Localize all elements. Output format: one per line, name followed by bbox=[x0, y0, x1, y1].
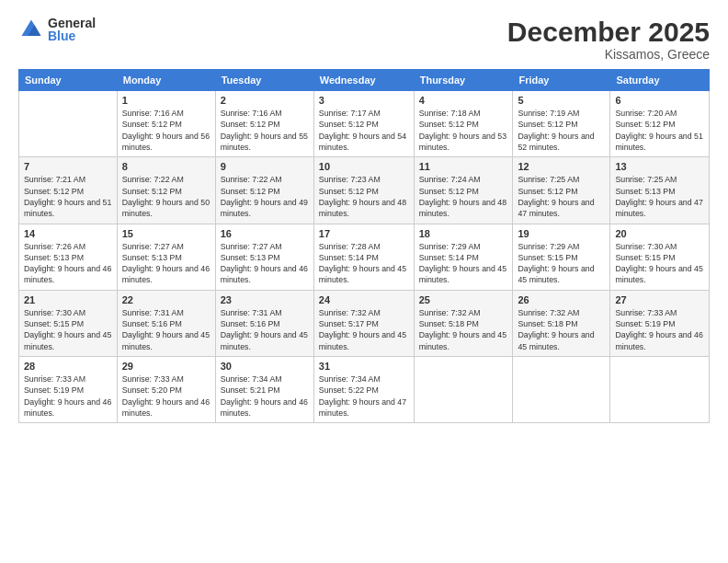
day-info: Sunrise: 7:31 AMSunset: 5:16 PMDaylight:… bbox=[221, 307, 309, 352]
calendar-cell: 3Sunrise: 7:17 AMSunset: 5:12 PMDaylight… bbox=[313, 91, 414, 157]
day-number: 27 bbox=[615, 294, 704, 305]
day-info: Sunrise: 7:32 AMSunset: 5:17 PMDaylight:… bbox=[319, 307, 409, 352]
day-number: 29 bbox=[122, 361, 210, 372]
day-info: Sunrise: 7:30 AMSunset: 5:15 PMDaylight:… bbox=[615, 241, 704, 286]
day-number: 12 bbox=[518, 161, 605, 172]
calendar-cell: 4Sunrise: 7:18 AMSunset: 5:12 PMDaylight… bbox=[414, 91, 513, 157]
weekday-header-monday: Monday bbox=[117, 70, 215, 91]
day-info: Sunrise: 7:27 AMSunset: 5:13 PMDaylight:… bbox=[221, 241, 309, 286]
calendar-cell: 5Sunrise: 7:19 AMSunset: 5:12 PMDaylight… bbox=[513, 91, 610, 157]
day-info: Sunrise: 7:28 AMSunset: 5:14 PMDaylight:… bbox=[319, 241, 409, 286]
day-info: Sunrise: 7:16 AMSunset: 5:12 PMDaylight:… bbox=[122, 108, 210, 153]
day-number: 25 bbox=[419, 294, 508, 305]
day-info: Sunrise: 7:25 AMSunset: 5:13 PMDaylight:… bbox=[615, 174, 704, 219]
day-info: Sunrise: 7:32 AMSunset: 5:18 PMDaylight:… bbox=[419, 307, 508, 352]
weekday-header-thursday: Thursday bbox=[414, 70, 513, 91]
calendar-cell: 6Sunrise: 7:20 AMSunset: 5:12 PMDaylight… bbox=[610, 91, 710, 157]
day-number: 26 bbox=[518, 294, 605, 305]
calendar-cell bbox=[414, 357, 513, 423]
calendar-cell: 9Sunrise: 7:22 AMSunset: 5:12 PMDaylight… bbox=[215, 157, 313, 224]
calendar-cell: 20Sunrise: 7:30 AMSunset: 5:15 PMDayligh… bbox=[610, 224, 710, 290]
logo: General Blue bbox=[18, 17, 96, 42]
day-number: 28 bbox=[24, 361, 112, 372]
calendar-cell: 8Sunrise: 7:22 AMSunset: 5:12 PMDaylight… bbox=[117, 157, 215, 224]
day-number: 14 bbox=[24, 228, 112, 239]
calendar-week-row: 21Sunrise: 7:30 AMSunset: 5:15 PMDayligh… bbox=[19, 290, 710, 356]
calendar-cell: 26Sunrise: 7:32 AMSunset: 5:18 PMDayligh… bbox=[513, 290, 610, 356]
calendar-header: SundayMondayTuesdayWednesdayThursdayFrid… bbox=[19, 70, 710, 91]
calendar-cell: 29Sunrise: 7:33 AMSunset: 5:20 PMDayligh… bbox=[117, 357, 215, 423]
weekday-header-row: SundayMondayTuesdayWednesdayThursdayFrid… bbox=[19, 70, 710, 91]
page: General Blue December 2025 Kissamos, Gre… bbox=[0, 0, 728, 563]
calendar-cell: 30Sunrise: 7:34 AMSunset: 5:21 PMDayligh… bbox=[215, 357, 313, 423]
day-number: 1 bbox=[122, 95, 210, 106]
calendar-cell: 17Sunrise: 7:28 AMSunset: 5:14 PMDayligh… bbox=[313, 224, 414, 290]
day-info: Sunrise: 7:17 AMSunset: 5:12 PMDaylight:… bbox=[319, 108, 409, 153]
day-info: Sunrise: 7:29 AMSunset: 5:15 PMDaylight:… bbox=[518, 241, 605, 286]
location-subtitle: Kissamos, Greece bbox=[507, 47, 710, 62]
day-info: Sunrise: 7:31 AMSunset: 5:16 PMDaylight:… bbox=[122, 307, 210, 352]
calendar-week-row: 14Sunrise: 7:26 AMSunset: 5:13 PMDayligh… bbox=[19, 224, 710, 290]
calendar-week-row: 28Sunrise: 7:33 AMSunset: 5:19 PMDayligh… bbox=[19, 357, 710, 423]
day-info: Sunrise: 7:33 AMSunset: 5:19 PMDaylight:… bbox=[615, 307, 704, 352]
day-number: 11 bbox=[419, 161, 508, 172]
calendar-body: 1Sunrise: 7:16 AMSunset: 5:12 PMDaylight… bbox=[19, 91, 710, 423]
day-info: Sunrise: 7:21 AMSunset: 5:12 PMDaylight:… bbox=[24, 174, 112, 219]
day-info: Sunrise: 7:23 AMSunset: 5:12 PMDaylight:… bbox=[319, 174, 409, 219]
weekday-header-tuesday: Tuesday bbox=[215, 70, 313, 91]
title-block: December 2025 Kissamos, Greece bbox=[507, 17, 710, 62]
day-info: Sunrise: 7:30 AMSunset: 5:15 PMDaylight:… bbox=[24, 307, 112, 352]
calendar-cell: 28Sunrise: 7:33 AMSunset: 5:19 PMDayligh… bbox=[19, 357, 118, 423]
calendar-cell: 1Sunrise: 7:16 AMSunset: 5:12 PMDaylight… bbox=[117, 91, 215, 157]
day-info: Sunrise: 7:34 AMSunset: 5:22 PMDaylight:… bbox=[319, 373, 409, 419]
day-number: 5 bbox=[518, 95, 605, 106]
day-number: 6 bbox=[615, 95, 704, 106]
calendar-cell: 25Sunrise: 7:32 AMSunset: 5:18 PMDayligh… bbox=[414, 290, 513, 356]
day-info: Sunrise: 7:34 AMSunset: 5:21 PMDaylight:… bbox=[221, 373, 309, 419]
day-number: 18 bbox=[419, 228, 508, 239]
calendar-cell: 18Sunrise: 7:29 AMSunset: 5:14 PMDayligh… bbox=[414, 224, 513, 290]
calendar-cell: 11Sunrise: 7:24 AMSunset: 5:12 PMDayligh… bbox=[414, 157, 513, 224]
calendar-cell: 16Sunrise: 7:27 AMSunset: 5:13 PMDayligh… bbox=[215, 224, 313, 290]
day-info: Sunrise: 7:25 AMSunset: 5:12 PMDaylight:… bbox=[518, 174, 605, 219]
day-info: Sunrise: 7:19 AMSunset: 5:12 PMDaylight:… bbox=[518, 108, 605, 153]
weekday-header-saturday: Saturday bbox=[610, 70, 710, 91]
day-info: Sunrise: 7:18 AMSunset: 5:12 PMDaylight:… bbox=[419, 108, 508, 153]
day-info: Sunrise: 7:24 AMSunset: 5:12 PMDaylight:… bbox=[419, 174, 508, 219]
logo-blue-label: Blue bbox=[48, 29, 96, 42]
day-info: Sunrise: 7:33 AMSunset: 5:19 PMDaylight:… bbox=[24, 373, 112, 419]
day-info: Sunrise: 7:29 AMSunset: 5:14 PMDaylight:… bbox=[419, 241, 508, 286]
logo-icon bbox=[18, 17, 44, 42]
calendar-cell: 2Sunrise: 7:16 AMSunset: 5:12 PMDaylight… bbox=[215, 91, 313, 157]
calendar-cell: 14Sunrise: 7:26 AMSunset: 5:13 PMDayligh… bbox=[19, 224, 118, 290]
day-info: Sunrise: 7:33 AMSunset: 5:20 PMDaylight:… bbox=[122, 373, 210, 419]
calendar-cell: 21Sunrise: 7:30 AMSunset: 5:15 PMDayligh… bbox=[19, 290, 118, 356]
calendar-cell: 10Sunrise: 7:23 AMSunset: 5:12 PMDayligh… bbox=[313, 157, 414, 224]
day-number: 24 bbox=[319, 294, 409, 305]
calendar-cell: 24Sunrise: 7:32 AMSunset: 5:17 PMDayligh… bbox=[313, 290, 414, 356]
day-number: 15 bbox=[122, 228, 210, 239]
calendar-week-row: 1Sunrise: 7:16 AMSunset: 5:12 PMDaylight… bbox=[19, 91, 710, 157]
day-number: 17 bbox=[319, 228, 409, 239]
day-number: 3 bbox=[319, 95, 409, 106]
day-info: Sunrise: 7:32 AMSunset: 5:18 PMDaylight:… bbox=[518, 307, 605, 352]
header: General Blue December 2025 Kissamos, Gre… bbox=[18, 17, 710, 62]
day-number: 31 bbox=[319, 361, 409, 372]
calendar-cell: 31Sunrise: 7:34 AMSunset: 5:22 PMDayligh… bbox=[313, 357, 414, 423]
calendar-cell: 12Sunrise: 7:25 AMSunset: 5:12 PMDayligh… bbox=[513, 157, 610, 224]
calendar-week-row: 7Sunrise: 7:21 AMSunset: 5:12 PMDaylight… bbox=[19, 157, 710, 224]
day-number: 13 bbox=[615, 161, 704, 172]
day-number: 2 bbox=[221, 95, 309, 106]
day-info: Sunrise: 7:22 AMSunset: 5:12 PMDaylight:… bbox=[122, 174, 210, 219]
day-number: 10 bbox=[319, 161, 409, 172]
day-number: 8 bbox=[122, 161, 210, 172]
calendar-cell: 23Sunrise: 7:31 AMSunset: 5:16 PMDayligh… bbox=[215, 290, 313, 356]
logo-text: General Blue bbox=[48, 17, 96, 42]
day-number: 4 bbox=[419, 95, 508, 106]
day-info: Sunrise: 7:20 AMSunset: 5:12 PMDaylight:… bbox=[615, 108, 704, 153]
calendar-cell: 7Sunrise: 7:21 AMSunset: 5:12 PMDaylight… bbox=[19, 157, 118, 224]
day-number: 16 bbox=[221, 228, 309, 239]
day-info: Sunrise: 7:27 AMSunset: 5:13 PMDaylight:… bbox=[122, 241, 210, 286]
day-number: 9 bbox=[221, 161, 309, 172]
calendar-cell bbox=[513, 357, 610, 423]
